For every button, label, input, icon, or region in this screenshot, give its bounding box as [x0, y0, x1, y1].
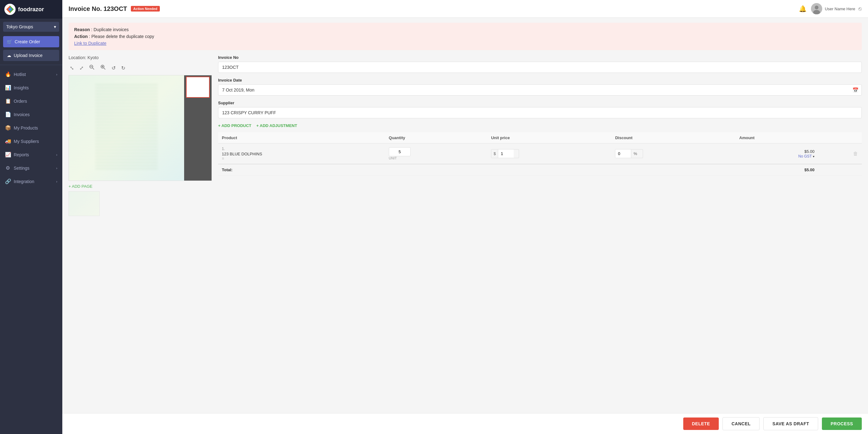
invoice-image-main	[69, 75, 184, 180]
orders-icon: 📋	[5, 98, 10, 104]
page-title: Invoice No. 123OCT	[68, 5, 127, 12]
create-order-label: Create Order	[14, 39, 40, 44]
my-products-icon: 📦	[5, 125, 10, 131]
sidebar-item-insights[interactable]: 📊 Insights	[0, 81, 62, 94]
gst-dropdown-arrow[interactable]: ▾	[813, 155, 814, 158]
row-delete-cell: 🗑	[818, 143, 862, 164]
sidebar-item-my-suppliers[interactable]: 🚚 My Suppliers	[0, 134, 62, 148]
notification-bell-icon[interactable]: 🔔	[799, 5, 807, 12]
col-actions	[818, 132, 862, 143]
discount-wrapper: %	[615, 149, 643, 158]
sidebar-item-orders[interactable]: 📋 Orders	[0, 94, 62, 108]
sidebar-item-hotlist[interactable]: 🔥 Hotlist ›	[0, 68, 62, 81]
cancel-button[interactable]: CANCEL	[722, 417, 760, 430]
process-button[interactable]: PROCESS	[822, 418, 862, 430]
my-products-label: My Products	[14, 126, 57, 130]
col-unit-price: Unit price	[487, 132, 611, 143]
product-num: 1.	[222, 147, 381, 151]
settings-label: Settings	[14, 166, 53, 171]
avatar	[811, 3, 822, 14]
col-discount: Discount	[611, 132, 735, 143]
invoice-date-input[interactable]	[218, 85, 862, 96]
col-quantity: Quantity	[385, 132, 487, 143]
group-selector[interactable]: Tokyo Groups ▾	[3, 22, 59, 32]
group-selector-label: Tokyo Groups	[6, 24, 33, 29]
add-adjustment-button[interactable]: + ADD ADJUSTMENT	[256, 123, 297, 128]
sidebar-item-reports[interactable]: 📈 Reports ›	[0, 148, 62, 161]
invoice-image-panel: Location: Kyoto ⤡ ⤢ ↺ ↻	[68, 55, 212, 216]
invoice-date-group: Invoice Date 📅	[218, 78, 862, 96]
discount-input[interactable]	[615, 149, 631, 158]
drag-handle-icon[interactable]: ≡	[222, 156, 381, 161]
invoice-no-input[interactable]	[218, 62, 862, 73]
unit-price-wrapper: $	[491, 149, 519, 158]
invoice-thumbnail[interactable]	[186, 76, 210, 98]
integration-label: Integration	[14, 179, 53, 184]
rotate-left-button[interactable]: ↺	[110, 64, 117, 72]
logo-icon	[4, 4, 16, 15]
svg-line-6	[93, 68, 94, 69]
svg-line-9	[104, 68, 105, 69]
unit-price-cell: $	[487, 143, 611, 164]
save-draft-button[interactable]: SAVE AS DRAFT	[763, 417, 818, 430]
topbar-username: User Name Here	[825, 6, 855, 11]
sidebar-item-settings[interactable]: ⚙ Settings ›	[0, 161, 62, 175]
unit-price-input[interactable]	[498, 149, 514, 158]
reports-chevron: ›	[56, 153, 57, 157]
logo: foodrazor	[0, 0, 62, 19]
logout-icon[interactable]: ⎋	[858, 6, 862, 12]
delete-button[interactable]: DELETE	[683, 418, 719, 430]
sidebar-item-invoices[interactable]: 📄 Invoices	[0, 108, 62, 121]
gst-link[interactable]: No GST	[798, 154, 812, 159]
settings-icon: ⚙	[5, 165, 10, 171]
action-needed-badge: Action Needed	[131, 6, 160, 11]
content-area: Reason : Duplicate invoices Action : Ple…	[62, 18, 868, 413]
zoom-out-button[interactable]	[88, 63, 96, 72]
quantity-input[interactable]	[389, 147, 411, 156]
invoice-form-panel: Invoice No Invoice Date 📅 Supplier + ADD…	[218, 55, 862, 216]
row-delete-button[interactable]: 🗑	[853, 151, 858, 157]
insights-label: Insights	[14, 85, 57, 90]
logo-text: foodrazor	[18, 6, 44, 13]
amount-value: $5.00	[739, 149, 814, 154]
create-order-button[interactable]: 🛒 Create Order	[3, 36, 59, 47]
alert-banner: Reason : Duplicate invoices Action : Ple…	[68, 23, 862, 50]
discount-cell: %	[611, 143, 735, 164]
table-row: 1. 123 BLUE DOLPHINS ≡ UNIT $	[218, 143, 862, 164]
invoices-label: Invoices	[14, 112, 57, 117]
invoice-no-label: Invoice No	[218, 55, 862, 60]
duplicate-link[interactable]: Link to Duplicate	[74, 41, 106, 46]
supplier-group: Supplier	[218, 101, 862, 118]
sidebar-divider	[0, 65, 62, 65]
integration-icon: 🔗	[5, 178, 10, 184]
calendar-icon[interactable]: 📅	[852, 87, 859, 93]
insights-icon: 📊	[5, 85, 10, 91]
product-name: 123 BLUE DOLPHINS	[222, 152, 381, 156]
reports-icon: 📈	[5, 152, 10, 158]
hotlist-chevron: ›	[56, 72, 57, 76]
invoice-preview	[68, 75, 212, 181]
total-value-cell: $5.00	[736, 164, 818, 176]
location-label: Location: Kyoto	[68, 55, 212, 60]
sidebar-item-integration[interactable]: 🔗 Integration ›	[0, 175, 62, 188]
supplier-input[interactable]	[218, 107, 862, 118]
price-prefix: $	[491, 149, 498, 158]
footer-bar: DELETE CANCEL SAVE AS DRAFT PROCESS	[62, 413, 868, 434]
add-page-button[interactable]: + ADD PAGE	[68, 184, 93, 189]
add-product-button[interactable]: + ADD PRODUCT	[218, 123, 251, 128]
collapse-button[interactable]: ⤡	[68, 64, 75, 72]
add-actions-row: + ADD PRODUCT + ADD ADJUSTMENT	[218, 123, 862, 128]
main-area: Invoice No. 123OCT Action Needed 🔔 User …	[62, 0, 868, 434]
sidebar-item-my-products[interactable]: 📦 My Products	[0, 121, 62, 134]
invoice-no-group: Invoice No	[218, 55, 862, 73]
action-label: Action	[74, 34, 88, 39]
sidebar: foodrazor Tokyo Groups ▾ 🛒 Create Order …	[0, 0, 62, 434]
upload-invoice-button[interactable]: ☁ Upload Invoice	[3, 50, 59, 61]
reason-value: Duplicate invoices	[93, 27, 129, 32]
product-cell: 1. 123 BLUE DOLPHINS ≡	[218, 143, 385, 164]
zoom-in-button[interactable]	[99, 63, 107, 72]
expand-button[interactable]: ⤢	[78, 64, 85, 72]
rotate-right-button[interactable]: ↻	[120, 64, 126, 72]
svg-point-3	[815, 6, 818, 9]
supplier-label: Supplier	[218, 101, 862, 105]
